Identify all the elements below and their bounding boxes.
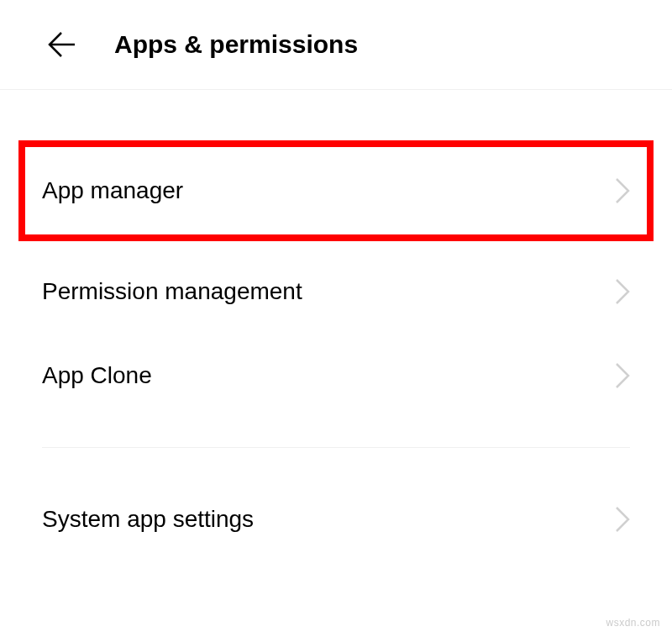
list-item-label: App manager <box>42 177 183 204</box>
list-item-label: Permission management <box>42 278 302 305</box>
arrow-left-icon <box>46 29 76 60</box>
back-button[interactable] <box>46 29 76 60</box>
list-item-app-manager[interactable]: App manager <box>0 149 672 233</box>
page-title: Apps & permissions <box>114 30 358 59</box>
settings-group-1: App manager Permission management App Cl… <box>0 149 672 418</box>
chevron-right-icon <box>615 278 630 305</box>
list-item-permission-management[interactable]: Permission management <box>0 250 672 334</box>
list-item-label: App Clone <box>42 362 152 389</box>
watermark: wsxdn.com <box>606 617 660 629</box>
settings-content: App manager Permission management App Cl… <box>0 90 672 561</box>
list-item-app-clone[interactable]: App Clone <box>0 334 672 418</box>
chevron-right-icon <box>615 177 630 204</box>
settings-group-2: System app settings <box>0 477 672 561</box>
list-item-system-app-settings[interactable]: System app settings <box>0 477 672 561</box>
header-bar: Apps & permissions <box>0 0 672 90</box>
list-item-wrapper: App manager <box>0 149 672 233</box>
chevron-right-icon <box>615 506 630 533</box>
section-divider <box>42 447 630 448</box>
list-item-label: System app settings <box>42 506 254 533</box>
chevron-right-icon <box>615 362 630 389</box>
